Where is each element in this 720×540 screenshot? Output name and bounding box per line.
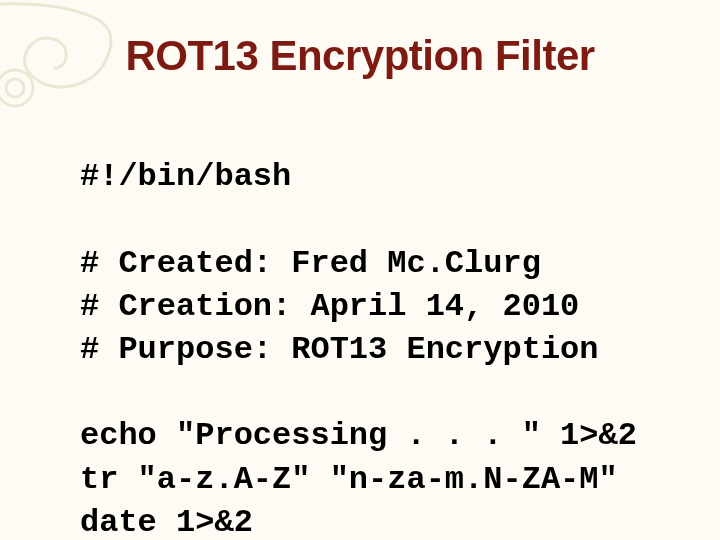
code-line: tr "a-z.A-Z" "n-za-m.N-ZA-M": [80, 461, 618, 498]
code-line: # Creation: April 14, 2010: [80, 288, 579, 325]
slide: ROT13 Encryption Filter #!/bin/bash # Cr…: [0, 0, 720, 540]
code-line: date 1>&2: [80, 504, 253, 540]
code-block: #!/bin/bash # Created: Fred Mc.Clurg # C…: [80, 112, 680, 540]
slide-title: ROT13 Encryption Filter: [0, 32, 720, 80]
code-line: # Purpose: ROT13 Encryption: [80, 331, 598, 368]
code-line: #!/bin/bash: [80, 158, 291, 195]
code-line: echo "Processing . . . " 1>&2: [80, 417, 637, 454]
svg-point-1: [6, 79, 24, 97]
code-line: # Created: Fred Mc.Clurg: [80, 245, 541, 282]
